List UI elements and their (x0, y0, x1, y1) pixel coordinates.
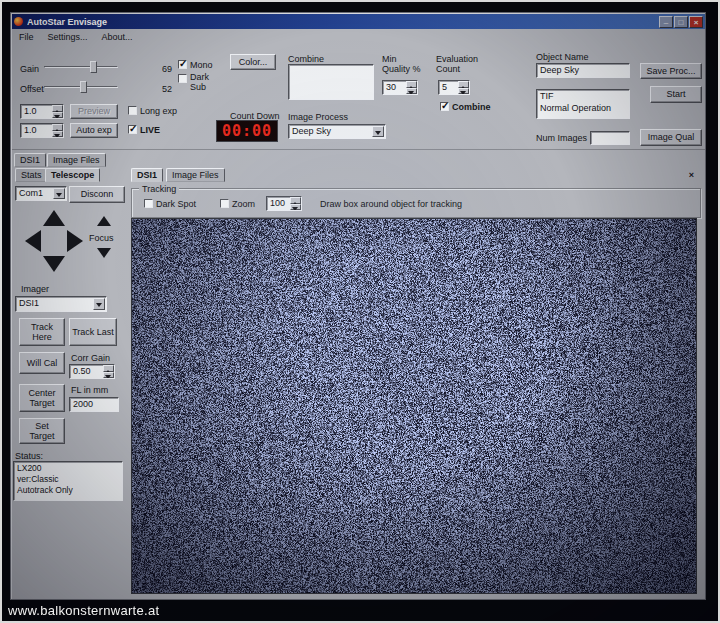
image-process-dropdown-icon[interactable] (372, 126, 384, 137)
tab-telescope[interactable]: Telescope (45, 168, 100, 182)
save-proc-button[interactable]: Save Proc... (640, 63, 702, 79)
track-last-button[interactable]: Track Last (69, 318, 117, 346)
live-view[interactable] (131, 218, 697, 594)
min-quality-spinner[interactable]: 30 (382, 80, 418, 95)
offset-slider-thumb[interactable] (80, 81, 87, 93)
exposure-value-1: 1.0 (24, 106, 37, 116)
offset-label: Offset (20, 84, 44, 94)
menu-bar: File Settings... About... (12, 30, 705, 43)
slew-left-icon[interactable] (25, 230, 41, 252)
num-images-field[interactable] (590, 131, 630, 145)
minimize-icon[interactable]: – (659, 16, 673, 28)
zoom-spinner-arrows[interactable] (290, 197, 301, 210)
exposure-spinner-1[interactable]: 1.0 (20, 104, 64, 119)
tracking-hint: Draw box around object for tracking (320, 199, 462, 209)
slew-pad (25, 210, 83, 272)
main-tab-dsi1[interactable]: DSI1 (131, 168, 163, 182)
slew-up-icon[interactable] (43, 210, 65, 226)
corr-gain-label: Corr Gain (71, 353, 110, 363)
long-exp-checkbox[interactable] (128, 106, 137, 115)
corr-gain-spinner[interactable]: 0.50 (69, 364, 115, 379)
will-cal-button[interactable]: Will Cal (19, 352, 65, 374)
offset-slider[interactable] (44, 81, 118, 94)
object-name-field[interactable]: Deep Sky (536, 63, 630, 78)
start-button[interactable]: Start (650, 86, 702, 103)
exposure-spinner-2-arrows[interactable] (52, 124, 63, 137)
live-view-noise-canvas[interactable] (132, 219, 696, 593)
zoom-spinner[interactable]: 100 (266, 196, 302, 211)
tab-stats[interactable]: Stats (15, 168, 48, 182)
status-box: LX200 ver:Classic Autotrack Only (13, 461, 123, 501)
combine-box-label: Combine (288, 54, 324, 64)
zoom-checkbox[interactable] (220, 199, 229, 208)
outer-tab-dsi1[interactable]: DSI1 (14, 153, 46, 167)
status-line-2: ver:Classic (17, 474, 119, 485)
gain-label: Gain (20, 64, 39, 74)
image-qual-button[interactable]: Image Qual (640, 129, 702, 146)
com-port-dropdown[interactable]: Com1 (15, 186, 67, 201)
evaluation-count-value: 5 (442, 82, 447, 92)
gain-slider-track (44, 66, 118, 68)
focus-down-icon[interactable] (97, 248, 111, 258)
imager-dropdown-icon[interactable] (93, 298, 105, 310)
close-icon[interactable]: × (689, 16, 703, 28)
image-process-dropdown[interactable]: Deep Sky (288, 124, 386, 139)
corr-gain-value: 0.50 (73, 366, 91, 376)
menu-settings[interactable]: Settings... (41, 32, 95, 42)
tracking-groupbox: Tracking Dark Spot Zoom 100 Draw box aro… (131, 188, 701, 218)
disconnect-button[interactable]: Disconn (69, 186, 125, 203)
fl-field[interactable]: 2000 (69, 397, 119, 412)
preview-button[interactable]: Preview (70, 104, 118, 119)
menu-file[interactable]: File (12, 32, 41, 42)
status-line-3: Autotrack Only (17, 485, 119, 496)
center-target-button[interactable]: Center Target (19, 384, 65, 412)
fl-label: FL in mm (71, 385, 108, 395)
menu-about[interactable]: About... (95, 32, 140, 42)
exposure-spinner-1-arrows[interactable] (52, 105, 63, 118)
panel-close-icon[interactable]: × (685, 169, 698, 182)
imager-value: DSI1 (19, 298, 39, 308)
corr-gain-spinner-arrows[interactable] (103, 365, 114, 378)
com-port-value: Com1 (19, 188, 43, 198)
dark-spot-checkbox[interactable] (144, 199, 153, 208)
dark-sub-label: Dark Sub (190, 72, 216, 93)
object-name-label: Object Name (536, 52, 589, 62)
com-port-dropdown-icon[interactable] (53, 188, 65, 199)
gain-slider[interactable] (44, 61, 118, 74)
status-line-1: LX200 (17, 463, 119, 474)
min-quality-label: Min Quality % (382, 54, 424, 75)
offset-value: 52 (162, 84, 172, 94)
title-bar[interactable]: AutoStar Envisage – □ × (12, 14, 705, 29)
color-button[interactable]: Color... (230, 54, 276, 70)
track-here-button[interactable]: Track Here (19, 318, 65, 346)
file-type-line1: TIF (540, 91, 626, 103)
tracking-label: Tracking (139, 184, 179, 194)
exposure-value-2: 1.0 (24, 125, 37, 135)
count-down-display: 00:00 (216, 120, 278, 142)
combine-list-box[interactable] (288, 64, 374, 100)
live-label: LIVE (140, 125, 160, 135)
outer-tab-image-files[interactable]: Image Files (47, 153, 106, 167)
set-target-button[interactable]: Set Target (19, 418, 65, 444)
imager-dropdown[interactable]: DSI1 (15, 296, 107, 312)
gain-slider-thumb[interactable] (90, 61, 97, 73)
mono-checkbox[interactable] (178, 60, 187, 69)
slew-right-icon[interactable] (67, 230, 83, 252)
main-tab-image-files[interactable]: Image Files (166, 168, 225, 182)
focus-up-icon[interactable] (97, 216, 111, 226)
photo-frame: AutoStar Envisage – □ × File Settings...… (0, 0, 720, 623)
camera-control-panel: Gain 69 Mono Dark Sub Offset 52 1.0 Prev… (12, 44, 705, 150)
slew-down-icon[interactable] (43, 256, 65, 272)
auto-exp-button[interactable]: Auto exp (70, 123, 118, 138)
app-icon (14, 17, 23, 26)
live-checkbox[interactable] (128, 125, 137, 134)
combine-checkbox[interactable] (440, 102, 449, 111)
evaluation-count-spinner[interactable]: 5 (438, 80, 470, 95)
maximize-icon[interactable]: □ (674, 16, 688, 28)
min-quality-spinner-arrows[interactable] (406, 81, 417, 94)
file-type-line2: Normal Operation (540, 103, 626, 115)
dark-sub-checkbox[interactable] (178, 74, 187, 83)
evaluation-count-spinner-arrows[interactable] (458, 81, 469, 94)
telescope-panel: Stats Telescope Com1 Disconn Focus Image… (13, 168, 129, 508)
exposure-spinner-2[interactable]: 1.0 (20, 123, 64, 138)
